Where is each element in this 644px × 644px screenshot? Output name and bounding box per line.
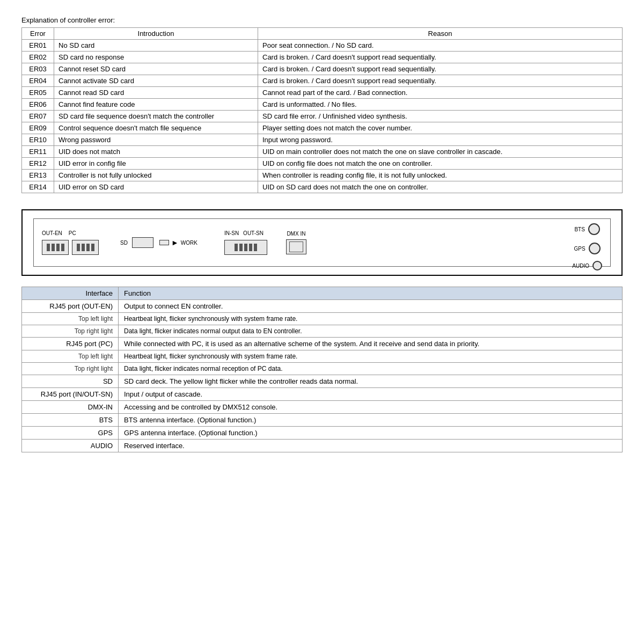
interface-cell: RJ45 port (IN/OUT-SN) xyxy=(22,388,119,401)
function-cell: Output to connect EN controller. xyxy=(119,300,623,313)
sub-function-cell: Data light, flicker indicates normal out… xyxy=(119,325,623,338)
interface-sub-row: Top left lightHeartbeat light, flicker s… xyxy=(22,313,623,325)
reason-cell: SD card file error. / Unfinished video s… xyxy=(258,111,623,122)
intro-cell: UID does not match xyxy=(54,146,258,158)
dmx-in-label: DMX IN xyxy=(287,231,305,237)
reason-cell: Card is broken. / Card doesn't support r… xyxy=(258,63,623,75)
table-row: ER01No SD cardPoor seat connection. / No… xyxy=(22,40,623,52)
intro-cell: Control sequence doesn't match file sequ… xyxy=(54,122,258,134)
out-en-label: OUT-EN xyxy=(42,230,62,236)
audio-label: AUDIO xyxy=(572,263,589,269)
pc-label: PC xyxy=(69,230,76,236)
reason-cell: UID on main controller does not match th… xyxy=(258,146,623,158)
error-cell: ER10 xyxy=(22,134,54,146)
error-cell: ER03 xyxy=(22,63,54,75)
table-row: ER03Cannot reset SD cardCard is broken. … xyxy=(22,63,623,75)
error-cell: ER01 xyxy=(22,40,54,52)
interface-row: BTSBTS antenna interface. (Optional func… xyxy=(22,414,623,427)
intro-cell: Cannot read SD card xyxy=(54,87,258,99)
interface-cell: DMX-IN xyxy=(22,401,119,414)
intro-cell: Cannot reset SD card xyxy=(54,63,258,75)
error-cell: ER11 xyxy=(22,146,54,158)
bts-gps-audio-section: BTS GPS AUDIO xyxy=(572,223,602,270)
interface-cell: RJ45 port (OUT-EN) xyxy=(22,300,119,313)
intro-cell: Cannot find feature code xyxy=(54,99,258,111)
interface-row: DMX-INAccessing and be controlled by DMX… xyxy=(22,401,623,414)
error-cell: ER02 xyxy=(22,52,54,63)
sub-function-cell: Heartbeat light, flicker synchronously w… xyxy=(119,350,623,363)
intro-cell: Wrong password xyxy=(54,134,258,146)
intro-cell: SD card file sequence doesn't match the … xyxy=(54,111,258,122)
func-header: Function xyxy=(119,287,623,300)
interface-cell: BTS xyxy=(22,414,119,427)
in-sn-port xyxy=(224,240,267,255)
reason-cell: When controller is reading config file, … xyxy=(258,170,623,181)
bts-connector xyxy=(588,223,600,235)
section-title: Explanation of controller error: xyxy=(21,16,623,24)
table-row: ER02SD card no responseCard is broken. /… xyxy=(22,52,623,63)
interface-sub-row: Top right lightData light, flicker indic… xyxy=(22,363,623,375)
intro-cell: Cannot activate SD card xyxy=(54,75,258,87)
sub-function-cell: Data light, flicker indicates normal rec… xyxy=(119,363,623,375)
dmx-connector xyxy=(286,239,306,254)
intro-cell: SD card no response xyxy=(54,52,258,63)
table-row: ER06Cannot find feature codeCard is unfo… xyxy=(22,99,623,111)
interface-row: RJ45 port (PC)While connected with PC, i… xyxy=(22,338,623,350)
function-cell: SD card deck. The yellow light flicker w… xyxy=(119,375,623,388)
error-cell: ER13 xyxy=(22,170,54,181)
intro-header: Introduction xyxy=(54,28,258,40)
interface-row: AUDIOReserved interface. xyxy=(22,440,623,452)
function-cell: Input / output of cascade. xyxy=(119,388,623,401)
audio-connector xyxy=(592,261,602,270)
table-row: ER14UID error on SD cardUID on SD card d… xyxy=(22,181,623,193)
bts-label: BTS xyxy=(574,226,584,232)
iface-header: Interface xyxy=(22,287,119,300)
interface-cell: SD xyxy=(22,375,119,388)
error-cell: ER05 xyxy=(22,87,54,99)
reason-cell: Input wrong password. xyxy=(258,134,623,146)
table-row: ER13Controller is not fully unlockedWhen… xyxy=(22,170,623,181)
error-cell: ER07 xyxy=(22,111,54,122)
error-cell: ER09 xyxy=(22,122,54,134)
function-cell: Accessing and be controlled by DMX512 co… xyxy=(119,401,623,414)
sub-function-cell: Heartbeat light, flicker synchronously w… xyxy=(119,313,623,325)
interface-row: GPSGPS antenna interface. (Optional func… xyxy=(22,427,623,440)
gps-connector xyxy=(589,243,601,254)
reason-cell: UID on config file does not match the on… xyxy=(258,158,623,170)
table-row: ER07SD card file sequence doesn't match … xyxy=(22,111,623,122)
intro-cell: Controller is not fully unlocked xyxy=(54,170,258,181)
table-row: ER04Cannot activate SD cardCard is broke… xyxy=(22,75,623,87)
reason-cell: Player setting does not match the cover … xyxy=(258,122,623,134)
interface-row: RJ45 port (IN/OUT-SN)Input / output of c… xyxy=(22,388,623,401)
function-cell: BTS antenna interface. (Optional functio… xyxy=(119,414,623,427)
reason-cell: Card is broken. / Card doesn't support r… xyxy=(258,75,623,87)
sub-interface-cell: Top right light xyxy=(22,325,119,338)
intro-cell: UID error in config file xyxy=(54,158,258,170)
out-en-port xyxy=(42,240,69,255)
sd-work-group: SD ► WORK xyxy=(120,237,197,248)
interface-cell: AUDIO xyxy=(22,440,119,452)
function-cell: Reserved interface. xyxy=(119,440,623,452)
interface-row: RJ45 port (OUT-EN)Output to connect EN c… xyxy=(22,300,623,313)
gps-label: GPS xyxy=(574,246,586,252)
interface-cell: RJ45 port (PC) xyxy=(22,338,119,350)
error-header: Error xyxy=(22,28,54,40)
sub-interface-cell: Top left light xyxy=(22,313,119,325)
out-sn-label: OUT-SN xyxy=(243,230,264,236)
function-cell: While connected with PC, it is used as a… xyxy=(119,338,623,350)
table-row: ER10Wrong passwordInput wrong password. xyxy=(22,134,623,146)
error-table: Error Introduction Reason ER01No SD card… xyxy=(21,27,623,193)
error-cell: ER14 xyxy=(22,181,54,193)
error-cell: ER04 xyxy=(22,75,54,87)
reason-cell: Cannot read part of the card. / Bad conn… xyxy=(258,87,623,99)
reason-header: Reason xyxy=(258,28,623,40)
table-row: ER09Control sequence doesn't match file … xyxy=(22,122,623,134)
function-cell: GPS antenna interface. (Optional functio… xyxy=(119,427,623,440)
table-row: ER05Cannot read SD cardCannot read part … xyxy=(22,87,623,99)
in-sn-label: IN-SN xyxy=(224,230,239,236)
interface-sub-row: Top left lightHeartbeat light, flicker s… xyxy=(22,350,623,363)
reason-cell: UID on SD card does not match the one on… xyxy=(258,181,623,193)
interface-row: SDSD card deck. The yellow light flicker… xyxy=(22,375,623,388)
error-cell: ER06 xyxy=(22,99,54,111)
interface-table: Interface Function RJ45 port (OUT-EN)Out… xyxy=(21,287,623,452)
